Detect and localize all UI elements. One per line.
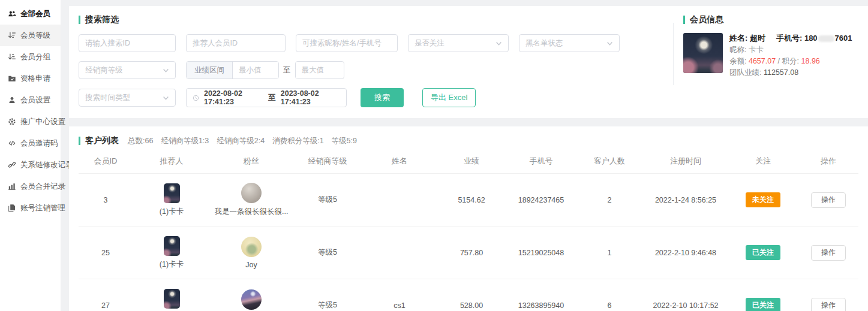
performance-max-box	[295, 61, 344, 79]
row-action-button[interactable]: 操作	[811, 298, 846, 311]
col-register-time: 注册时间	[670, 156, 701, 167]
phone-blur-mask	[818, 35, 834, 42]
sidebar-item-relation-log[interactable]: 关系链修改记录	[0, 154, 61, 176]
points-label: 积分:	[782, 57, 801, 65]
date-range-picker[interactable]: 2022-08-02 17:41:23 至 2023-08-02 17:41:2…	[186, 88, 347, 107]
filter-row-1: 是否关注 黑名单状态	[79, 34, 663, 52]
stat-points-level: 消费积分等级:1	[272, 136, 323, 146]
cell-phone: 15219025048	[518, 249, 564, 257]
performance-range-label: 业绩区间	[187, 62, 233, 78]
blacklist-status-select[interactable]: 黑名单状态	[519, 34, 620, 52]
member-balance-line: 余额: 4657.07 / 积分: 18.96	[729, 56, 852, 66]
cell-register-time: 2022-1-24 8:56:25	[655, 196, 716, 204]
col-fans: 粉丝	[244, 156, 259, 167]
cell-referrer: (1)卡卡	[160, 236, 184, 270]
sidebar-item-member-settings[interactable]: 会员设置	[0, 89, 61, 111]
balance-points-separator: /	[776, 57, 782, 65]
export-excel-button[interactable]: 导出 Excel	[422, 88, 476, 107]
title-accent-bar	[79, 16, 80, 24]
referrer-name: (1)卡卡	[160, 207, 184, 217]
chevron-down-icon	[163, 67, 169, 74]
sidebar: 全部会员 会员等级 会员分组 资格申请 会员设置 推广中心设置 会员邀请码 关	[0, 0, 61, 311]
table-row: 27 (1)卡卡 Lazy Cat 等级5 cs1 528.00 1326389…	[79, 279, 858, 311]
member-info-title: 会员信息	[683, 14, 858, 25]
performance-max-input[interactable]	[296, 62, 341, 78]
time-type-select[interactable]: 搜索时间类型	[79, 89, 176, 107]
follow-status-badge: 已关注	[746, 298, 780, 311]
balance-label: 余额:	[729, 57, 749, 65]
sidebar-item-label: 会员设置	[20, 95, 50, 105]
member-details: 姓名: 超时手机号: 1807601 昵称: 卡卡 余额: 4657.07 / …	[729, 33, 852, 77]
nickname-label: 昵称:	[729, 46, 749, 54]
search-id-input[interactable]	[79, 34, 176, 52]
cell-performance: 528.00	[460, 301, 483, 310]
cell-performance: 757.80	[460, 249, 483, 257]
cell-name: cs1	[394, 301, 405, 310]
stat-level5: 等级5:9	[332, 136, 357, 146]
clock-icon	[193, 94, 199, 102]
gear-icon	[8, 117, 16, 126]
sidebar-item-account-cancel[interactable]: 账号注销管理	[0, 197, 61, 219]
col-follow: 关注	[755, 156, 771, 167]
sidebar-item-label: 会员分组	[20, 52, 50, 62]
title-accent-bar	[683, 16, 685, 24]
row-action-button[interactable]: 操作	[811, 192, 846, 208]
sidebar-item-member-level[interactable]: 会员等级	[0, 25, 61, 46]
sidebar-item-qualification[interactable]: 资格申请	[0, 68, 61, 89]
search-button[interactable]: 搜索	[361, 88, 404, 107]
col-member-id: 会员ID	[94, 156, 118, 167]
nickname-value: 卡卡	[749, 46, 764, 54]
filter-title-text: 搜索筛选	[85, 14, 119, 25]
member-name-value: 超时	[750, 34, 765, 43]
cell-customer-count: 1	[608, 249, 612, 257]
col-dealer-level: 经销商等级	[308, 156, 347, 167]
cell-dealer-level: 等级5	[318, 247, 337, 258]
performance-min-input[interactable]	[233, 62, 278, 78]
table-header-row: 会员ID 推荐人 粉丝 经销商等级 姓名 业绩 手机号 客户人数 注册时间 关注…	[79, 149, 858, 174]
sidebar-item-label: 会员等级	[20, 31, 50, 41]
stat-dealer-level1: 经销商等级1:3	[161, 136, 209, 146]
date-range-end: 2023-08-02 17:41:23	[281, 89, 340, 106]
col-performance: 业绩	[464, 156, 479, 167]
sidebar-item-label: 资格申请	[20, 74, 50, 84]
file-copy-icon	[8, 204, 16, 212]
chevron-down-icon	[495, 40, 502, 47]
chevron-down-icon	[163, 95, 169, 101]
cell-dealer-level: 等级5	[318, 300, 337, 310]
performance-range-group: 业绩区间 至	[186, 61, 344, 79]
sidebar-item-merge-log[interactable]: 会员合并记录	[0, 176, 61, 197]
row-action-button[interactable]: 操作	[811, 245, 846, 261]
referrer-avatar	[164, 236, 180, 256]
folder-check-icon	[8, 74, 16, 83]
follow-status-select[interactable]: 是否关注	[408, 34, 509, 52]
cell-member-id: 27	[101, 301, 110, 310]
table-row: 3 (1)卡卡 我是一条很长很长很... 等级5 5154.62 1892423…	[79, 174, 858, 227]
sidebar-item-all-members[interactable]: 全部会员	[0, 3, 61, 25]
bar-chart-icon	[8, 182, 16, 191]
list-stats: 总数:66 经销商等级1:3 经销商等级2:4 消费积分等级:1 等级5:9	[128, 136, 357, 146]
cell-fan: Joy	[241, 237, 262, 269]
member-info-panel: 会员信息 姓名: 超时手机号: 1807601 昵称: 卡卡 余额: 4657.…	[674, 6, 868, 118]
referrer-avatar	[164, 183, 180, 203]
keyword-search-input[interactable]	[296, 34, 398, 52]
fan-avatar	[241, 237, 262, 257]
cell-performance: 5154.62	[458, 196, 485, 204]
customer-list-card: 客户列表 总数:66 经销商等级1:3 经销商等级2:4 消费积分等级:1 等级…	[69, 126, 868, 311]
table-row: 25 (1)卡卡 Joy 等级5 757.80 15219025048 1 20…	[79, 227, 858, 279]
sidebar-item-promotion-settings[interactable]: 推广中心设置	[0, 111, 61, 132]
follow-status-badge: 未关注	[746, 192, 780, 207]
date-range-start: 2022-08-02 17:41:23	[204, 89, 263, 106]
level-sort-icon	[8, 31, 16, 40]
sidebar-item-invite-code[interactable]: 会员邀请码	[0, 132, 61, 154]
cell-register-time: 2022-2-10 10:17:52	[653, 301, 718, 310]
chevron-down-icon	[606, 40, 613, 47]
col-referrer: 推荐人	[160, 156, 184, 167]
cell-referrer: (1)卡卡	[160, 183, 184, 217]
dealer-level-select[interactable]: 经销商等级	[79, 61, 176, 79]
cell-register-time: 2022-2-10 9:46:48	[655, 249, 716, 257]
referrer-id-input[interactable]	[186, 34, 286, 52]
member-avatar	[683, 33, 723, 73]
member-name-phone-line: 姓名: 超时手机号: 1807601	[729, 34, 852, 43]
sidebar-item-label: 推广中心设置	[20, 117, 65, 127]
sidebar-item-member-group[interactable]: 会员分组	[0, 46, 61, 68]
